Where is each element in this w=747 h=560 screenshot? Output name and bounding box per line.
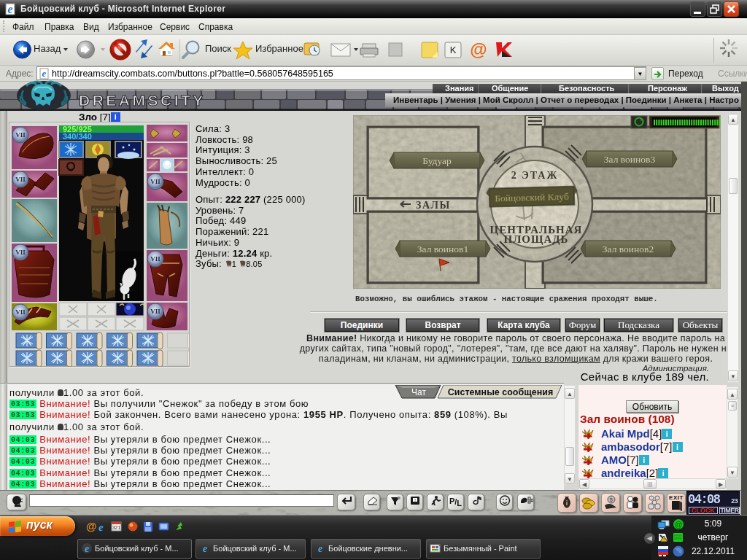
svg-text:e: e xyxy=(203,543,207,554)
svg-text:Зал воинов1: Зал воинов1 xyxy=(417,244,468,254)
svg-text:i: i xyxy=(566,499,568,507)
svg-text:VII: VII xyxy=(15,131,26,139)
svg-text:DREAMSCITY: DREAMSCITY xyxy=(79,92,206,109)
svg-text:340/340: 340/340 xyxy=(63,132,92,141)
svg-text:VII: VII xyxy=(15,176,26,183)
svg-text:Зал воинов2: Зал воинов2 xyxy=(603,244,654,254)
svg-text:Бойцовский Клуб: Бойцовский Клуб xyxy=(495,191,569,204)
svg-text:e: e xyxy=(318,543,322,554)
svg-text:e: e xyxy=(98,521,104,533)
svg-text:Зал воинов3: Зал воинов3 xyxy=(604,154,656,165)
svg-text:e: e xyxy=(7,3,12,15)
svg-text:ЗАЛЫ: ЗАЛЫ xyxy=(416,200,451,211)
svg-text:EXIT: EXIT xyxy=(669,494,684,501)
svg-text:2 ЭТАЖ: 2 ЭТАЖ xyxy=(511,170,559,181)
svg-text:ПЛОЩАДЬ: ПЛОЩАДЬ xyxy=(503,233,568,245)
svg-text:e: e xyxy=(85,543,89,554)
svg-text:321: 321 xyxy=(112,525,121,530)
svg-text:VII: VII xyxy=(150,255,160,262)
svg-text:5: 5 xyxy=(610,497,613,502)
svg-text:@: @ xyxy=(86,520,97,532)
svg-text:@: @ xyxy=(470,39,487,59)
svg-text:Будуар: Будуар xyxy=(422,155,452,166)
svg-text:VII: VII xyxy=(15,308,26,316)
svg-text:VII: VII xyxy=(150,308,160,315)
svg-text:e: e xyxy=(42,68,47,79)
svg-text:Системные сообщения: Системные сообщения xyxy=(448,387,553,397)
svg-text:VII: VII xyxy=(15,249,26,256)
svg-text:Чат: Чат xyxy=(411,387,426,397)
svg-text:K: K xyxy=(450,44,457,55)
svg-text:VII: VII xyxy=(150,178,160,185)
